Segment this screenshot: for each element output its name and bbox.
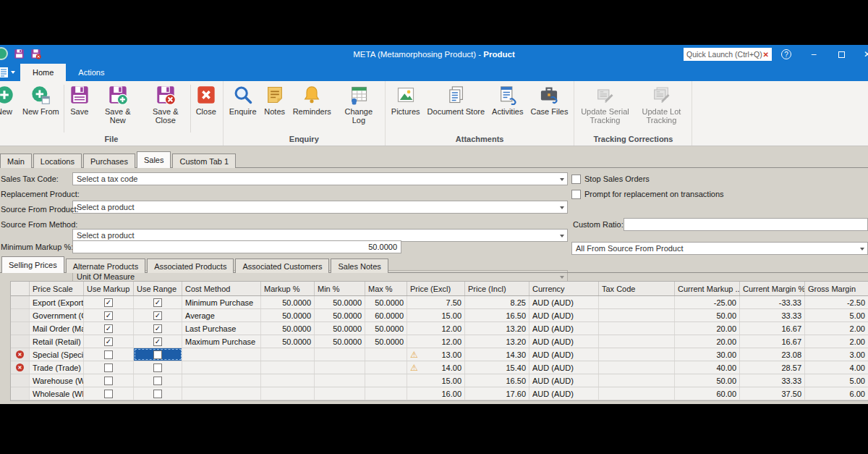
minimize-button[interactable]: – xyxy=(806,47,822,62)
grid-cell-price_incl[interactable]: 13.20 xyxy=(465,335,529,348)
prompt-replacement-option[interactable]: Prompt for replacement on transactions xyxy=(571,188,724,201)
use-markup-checkbox[interactable]: ✓ xyxy=(104,311,113,320)
grid-cell-markup_pct[interactable] xyxy=(261,348,315,361)
grid-cell-current_markup[interactable]: 20.00 xyxy=(675,322,740,335)
grid-header-tax_code[interactable]: Tax Code xyxy=(599,282,675,295)
grid-cell-gross_margin[interactable]: 6.00 xyxy=(805,387,868,400)
use-markup-checkbox[interactable] xyxy=(104,377,113,385)
grid-cell-current_markup[interactable]: 60.00 xyxy=(675,387,740,400)
grid-cell-gross_margin[interactable]: 2.00 xyxy=(805,335,868,348)
grid-header-use_markup[interactable]: Use Markup xyxy=(84,282,134,295)
grid-cell-use_markup[interactable] xyxy=(84,374,134,387)
use-range-checkbox[interactable]: ✓ xyxy=(153,337,162,346)
grid-cell-current_margin[interactable]: 28.57 xyxy=(740,361,805,374)
update-lot-tracking-button[interactable]: Update Lot Tracking xyxy=(633,83,689,127)
grid-cell-max_pct[interactable] xyxy=(365,374,407,387)
grid-cell-cost_method[interactable]: Last Purchase xyxy=(182,322,261,335)
grid-cell-current_margin[interactable]: 37.50 xyxy=(740,387,805,400)
save-close-quick-icon[interactable] xyxy=(30,49,41,59)
grid-cell-max_pct[interactable] xyxy=(365,361,407,374)
grid-cell-use_range[interactable] xyxy=(134,387,182,400)
grid-header-cost_method[interactable]: Cost Method xyxy=(182,282,261,295)
grid-header-use_range[interactable]: Use Range xyxy=(134,282,182,295)
grid-cell-max_pct[interactable]: 50.0000 xyxy=(365,322,407,335)
table-row[interactable]: ✕Trade (Trade)⚠14.0015.40AUD (AUD)40.002… xyxy=(11,361,868,374)
use-markup-checkbox[interactable]: ✓ xyxy=(104,337,113,346)
pictures-button[interactable]: Pictures xyxy=(388,83,424,117)
grid-cell-use_markup[interactable]: ✓ xyxy=(84,322,134,335)
grid-cell-tax_code[interactable] xyxy=(599,374,675,387)
grid-cell-cost_method[interactable] xyxy=(182,361,261,374)
use-markup-checkbox[interactable] xyxy=(104,363,113,372)
stop-sales-orders-checkbox[interactable] xyxy=(571,175,581,184)
grid-cell-max_pct[interactable]: 50.0000 xyxy=(365,296,407,308)
grid-cell-price_excl[interactable]: 12.00 xyxy=(407,322,465,335)
grid-cell-cost_method[interactable] xyxy=(182,348,261,361)
activities-button[interactable]: Activities xyxy=(488,83,527,117)
grid-cell-tax_code[interactable] xyxy=(599,296,675,308)
save-button[interactable]: Save xyxy=(65,83,94,117)
use-markup-checkbox[interactable] xyxy=(104,390,113,398)
grid-cell-markup_pct[interactable] xyxy=(261,374,315,387)
grid-cell-max_pct[interactable]: 60.0000 xyxy=(365,309,407,321)
use-range-checkbox[interactable] xyxy=(153,350,162,359)
grid-cell-use_range[interactable]: ✓ xyxy=(134,309,182,321)
grid-cell-tax_code[interactable] xyxy=(599,361,675,374)
grid-cell-price_incl[interactable]: 16.50 xyxy=(465,374,529,387)
stop-sales-orders-option[interactable]: Stop Sales Orders xyxy=(571,172,650,185)
grid-cell-price_excl[interactable]: ⚠13.00 xyxy=(407,348,465,361)
tab-purchases[interactable]: Purchases xyxy=(83,154,135,168)
grid-cell-max_pct[interactable] xyxy=(365,348,407,361)
grid-cell-tax_code[interactable] xyxy=(599,387,675,400)
tab-associated-products[interactable]: Associated Products xyxy=(147,258,234,273)
grid-cell-min_pct[interactable]: 50.0000 xyxy=(315,296,365,308)
grid-cell-current_markup[interactable]: 50.00 xyxy=(675,309,740,321)
use-range-checkbox[interactable] xyxy=(153,363,162,372)
grid-cell-price_excl[interactable]: ⚠14.00 xyxy=(407,361,465,374)
grid-cell-current_margin[interactable]: 33.33 xyxy=(740,374,805,387)
enquire-button[interactable]: Enquire xyxy=(226,83,260,117)
grid-cell-tax_code[interactable] xyxy=(599,322,675,335)
use-range-checkbox[interactable] xyxy=(153,377,162,385)
sales-tax-code-select[interactable]: Select a tax code xyxy=(72,172,568,185)
grid-cell-use_markup[interactable]: ✓ xyxy=(84,335,134,348)
save-close-button[interactable]: Save & Close xyxy=(142,83,190,127)
grid-cell-price_scale[interactable]: Special (Special) xyxy=(30,348,84,361)
grid-cell-min_pct[interactable]: 50.0000 xyxy=(315,322,365,335)
grid-cell-current_margin[interactable]: 16.67 xyxy=(740,322,805,335)
grid-cell-use_range[interactable] xyxy=(134,361,182,374)
grid-cell-min_pct[interactable]: 50.0000 xyxy=(315,335,365,348)
grid-header-price_incl[interactable]: Price (Incl) xyxy=(465,282,529,295)
grid-cell-use_range[interactable] xyxy=(134,348,182,361)
use-range-checkbox[interactable]: ✓ xyxy=(153,324,162,333)
grid-cell-current_markup[interactable]: -25.00 xyxy=(675,296,740,308)
grid-cell-gross_margin[interactable]: 5.00 xyxy=(805,374,868,387)
table-row[interactable]: ✕Special (Special)⚠13.0014.30AUD (AUD)30… xyxy=(11,348,868,361)
grid-cell-price_incl[interactable]: 8.25 xyxy=(465,296,529,308)
minimum-markup-input[interactable]: 50.0000 xyxy=(72,240,401,253)
tab-alternate-products[interactable]: Alternate Products xyxy=(66,258,146,273)
grid-cell-use_markup[interactable] xyxy=(84,361,134,374)
use-markup-checkbox[interactable] xyxy=(104,350,113,359)
grid-cell-tax_code[interactable] xyxy=(599,309,675,321)
grid-cell-currency[interactable]: AUD (AUD) xyxy=(529,335,599,348)
grid-cell-min_pct[interactable]: 50.0000 xyxy=(315,309,365,321)
grid-cell-max_pct[interactable]: 50.0000 xyxy=(365,335,407,348)
grid-cell-max_pct[interactable] xyxy=(365,387,407,400)
tab-sales-notes[interactable]: Sales Notes xyxy=(331,258,388,273)
maximize-button[interactable] xyxy=(833,47,849,62)
ribbon-tab-actions[interactable]: Actions xyxy=(66,64,116,81)
grid-cell-current_margin[interactable]: -33.33 xyxy=(740,296,805,308)
grid-cell-price_excl[interactable]: 12.00 xyxy=(407,335,465,348)
grid-header-markup_pct[interactable]: Markup % xyxy=(261,282,315,295)
grid-cell-markup_pct[interactable] xyxy=(261,387,315,400)
quick-launch-clear-icon[interactable]: ✕ xyxy=(763,51,769,59)
help-button[interactable]: ? xyxy=(778,47,794,62)
grid-cell-min_pct[interactable] xyxy=(315,361,365,374)
table-row[interactable]: Mail Order (Mail ...✓✓Last Purchase50.00… xyxy=(11,322,868,335)
grid-cell-currency[interactable]: AUD (AUD) xyxy=(529,322,599,335)
grid-cell-price_incl[interactable]: 13.20 xyxy=(465,322,529,335)
use-markup-checkbox[interactable]: ✓ xyxy=(104,324,113,333)
table-row[interactable]: Government (G...✓✓Average50.000050.00006… xyxy=(11,309,868,322)
grid-cell-cost_method[interactable] xyxy=(182,387,261,400)
